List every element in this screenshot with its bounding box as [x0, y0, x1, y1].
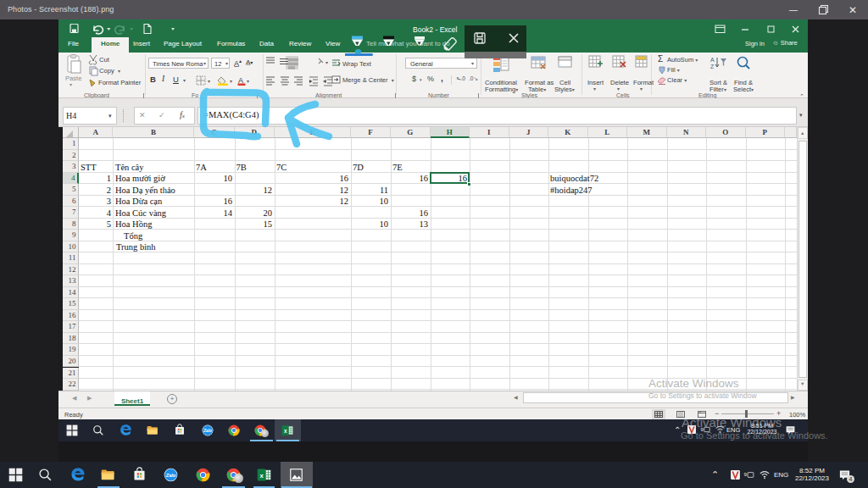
svg-text:▾: ▾ [326, 60, 328, 65]
svg-text:Z: Z [710, 64, 715, 69]
svg-text:A: A [710, 57, 715, 63]
